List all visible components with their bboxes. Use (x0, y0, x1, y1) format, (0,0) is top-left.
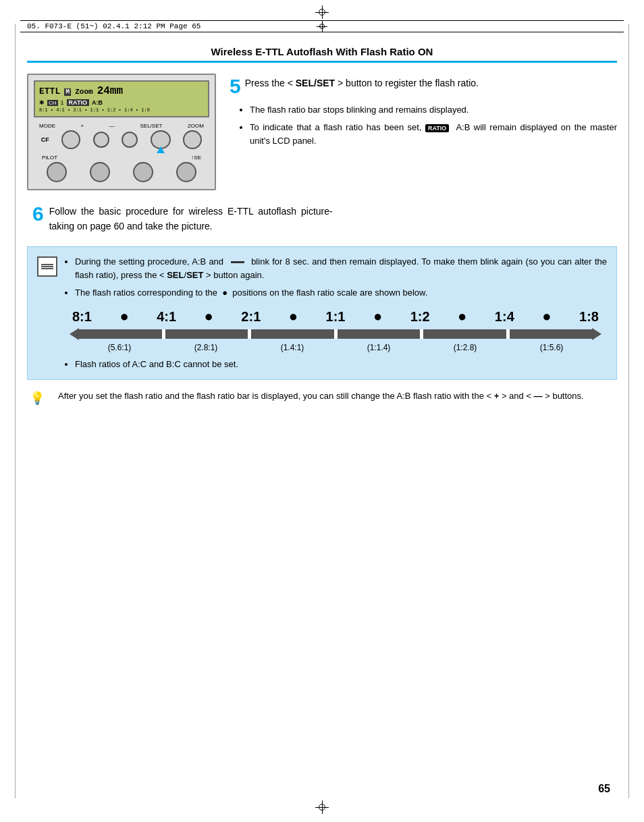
lcd-ch-num: 1 (61, 99, 64, 106)
tip-icon: 💡 (30, 391, 51, 406)
lcd-ratio-value: A:B (92, 99, 103, 106)
lcd-ratio-badge: RATIO (67, 99, 89, 106)
lcd-screen: ETTL M Zoom 24mm ✱ CH 1 RATIO A:B 8:1 • … (34, 80, 209, 117)
ratio-sub-2: (2.8:1) (194, 343, 218, 352)
zoom-btn-label: ZOOM (188, 123, 204, 129)
ratio-dot2: ● (205, 308, 213, 325)
ratio-dot4: ● (373, 308, 382, 325)
ratio-scale: 8:1 ● 4:1 ● 2:1 ● 1:1 ● 1:2 ● 1:4 ● 1:8 (64, 308, 607, 352)
step5-intro: Press the < SEL/SET > button to register… (245, 76, 479, 91)
pilot-btn (47, 162, 67, 182)
btn-selset (151, 130, 171, 149)
bottom-reg-mark (315, 800, 329, 814)
lcd-zoom-label: Zoom (75, 88, 92, 96)
ratio-bar (70, 328, 601, 340)
lcd-controls-area: MODE + — SEL/SET ZOOM CF (34, 121, 209, 184)
step6-area: 6 Follow the basic procedure for wireles… (27, 204, 617, 234)
lcd-zoom-value: 24mm (97, 85, 123, 97)
step5-bullet1: The flash ratio bar stops blinking and r… (250, 103, 617, 117)
ratio-sub-1: (5.6:1) (108, 343, 132, 352)
step6-text: Follow the basic procedure for wireless … (49, 204, 333, 234)
step5-bullet2: To indicate that a flash ratio has been … (250, 121, 617, 148)
mode-label: MODE (39, 123, 55, 129)
step5-number: 5 (230, 76, 241, 97)
info-content: During the setting procedure, A:B and bl… (64, 255, 607, 371)
info-note: Flash ratios of A:C and B:C cannot be se… (75, 358, 607, 371)
ratio-sub-3: (1.4:1) (281, 343, 304, 352)
info-icon (37, 256, 57, 277)
header-text: 05. F073-E (51~) 02.4.1 2:12 PM Page 65 (27, 22, 200, 30)
cf-label: CF (41, 136, 49, 143)
page-title: Wireless E-TTL Autoflash With Flash Rati… (27, 46, 617, 63)
lcd-device-illustration: ETTL M Zoom 24mm ✱ CH 1 RATIO A:B 8:1 • … (27, 74, 216, 190)
ratio-sub-5: (1:2.8) (454, 343, 477, 352)
ratio-val-11: 1:1 (326, 309, 346, 325)
minus-label: — (109, 123, 115, 129)
tip-text: After you set the flash ratio and the fl… (58, 389, 584, 404)
info-bullet2: The flash ratios corresponding to the ● … (75, 286, 607, 300)
cf-btn (90, 162, 110, 182)
se-btn-right (176, 162, 196, 182)
plus-label: + (81, 123, 84, 129)
lcd-asterisk: ✱ (39, 99, 45, 106)
btn-plus (93, 132, 109, 148)
ratio-sub-4: (1:1.4) (367, 343, 391, 352)
step5-text-area: 5 Press the < SEL/SET > button to regist… (230, 74, 617, 190)
pilot-label: PILOT (42, 155, 57, 161)
ratio-val-14: 1:4 (495, 309, 514, 325)
lcd-ettl: ETTL (39, 86, 60, 97)
ratio-dot3: ● (289, 308, 298, 325)
ratio-sublabels: (5.6:1) (2.8:1) (1.4:1) (1:1.4) (1:2.8) … (70, 343, 601, 352)
ratio-val-18: 1:8 (579, 309, 599, 325)
step5-bullets: The flash ratio bar stops blinking and r… (250, 103, 617, 148)
ratio-val-41: 4:1 (157, 309, 176, 325)
page-number: 65 (598, 783, 610, 795)
step6-number: 6 (32, 204, 44, 234)
ratio-val-81: 8:1 (72, 309, 92, 325)
info-bullet1: During the setting procedure, A:B and bl… (75, 255, 607, 282)
se-label: ↑SE (191, 155, 201, 161)
se-btn-left (133, 162, 153, 182)
btn-minus (122, 132, 138, 148)
lcd-scale: 8:1 • 4:1 • 2:1 • 1:1 • 1:2 • 1:4 • 1:8 (39, 107, 150, 113)
ratio-dot1: ● (119, 308, 128, 325)
btn-cf-row: CF (41, 136, 49, 143)
btn-mode (61, 130, 80, 149)
lcd-zoom-m: M (64, 88, 71, 96)
info-box: During the setting procedure, A:B and bl… (27, 246, 617, 380)
page-header: 05. F073-E (51~) 02.4.1 2:12 PM Page 65 (20, 20, 624, 32)
lcd-ch-label: CH (47, 100, 58, 106)
ratio-dot6: ● (542, 308, 551, 325)
btn-zoom (183, 130, 202, 149)
ratio-val-21: 2:1 (241, 309, 261, 325)
ratio-dot5: ● (458, 308, 466, 325)
ratio-badge-inline: RATIO (425, 124, 449, 132)
sel-set-label: SEL/SET (140, 123, 162, 129)
ratio-val-12: 1:2 (410, 309, 430, 325)
ratio-sub-6: (1:5.6) (540, 343, 564, 352)
tip-box: 💡 After you set the flash ratio and the … (27, 389, 617, 406)
